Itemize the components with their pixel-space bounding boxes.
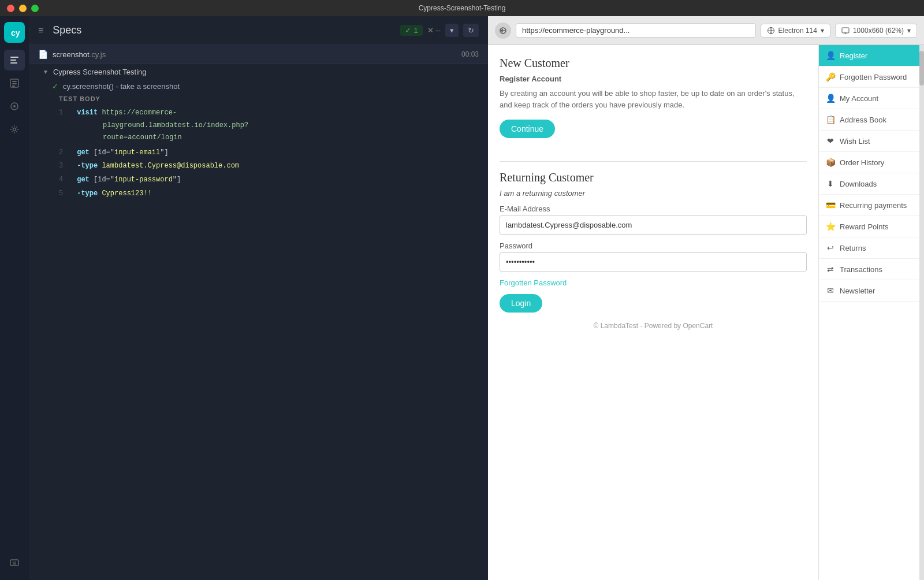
password-input[interactable] bbox=[500, 252, 807, 272]
browser-panel: Electron 114 ▾ 1000x660 (62%) ▾ New Cust… bbox=[488, 16, 924, 580]
browser-nav-btn[interactable] bbox=[495, 23, 511, 39]
email-label: E-Mail Address bbox=[500, 205, 807, 213]
continue-button[interactable]: Continue bbox=[500, 120, 555, 138]
sidebar-item-my-account[interactable]: 👤 My Account bbox=[819, 88, 919, 109]
sidebar-item-label: Order History bbox=[840, 158, 884, 167]
new-customer-section: New Customer Register Account By creatin… bbox=[500, 57, 807, 150]
page-title: Specs bbox=[53, 24, 81, 36]
code-block: 1 visit https://ecommerce- playground.la… bbox=[29, 105, 488, 202]
browser-dropdown-icon[interactable]: ▾ bbox=[821, 27, 824, 35]
footer-text: © LambdaTest - Powered by OpenCart bbox=[500, 313, 807, 339]
order-icon: 📦 bbox=[826, 158, 835, 167]
sidebar-item-order-history[interactable]: 📦 Order History bbox=[819, 152, 919, 173]
sidebar-item-returns[interactable]: ↩ Returns bbox=[819, 237, 919, 259]
fail-count-badge: ✕ -- bbox=[427, 26, 441, 35]
svg-rect-7 bbox=[12, 83, 17, 84]
code-line-2: 2 get [id="input-email"] bbox=[59, 147, 479, 159]
pass-count: 1 bbox=[413, 26, 418, 35]
suite-row[interactable]: ▼ Cypress Screenshot Testing bbox=[29, 64, 488, 80]
transactions-icon: ⇄ bbox=[826, 265, 835, 274]
sidebar-runs-btn[interactable] bbox=[4, 73, 25, 94]
sidebar-item-label: Transactions bbox=[840, 265, 882, 274]
viewport-dropdown-icon[interactable]: ▾ bbox=[907, 27, 911, 35]
close-button[interactable] bbox=[7, 5, 14, 12]
chevron-down-icon: ▾ bbox=[450, 26, 454, 35]
new-customer-subtitle: Register Account bbox=[500, 75, 807, 83]
sidebar-item-label: Reward Points bbox=[840, 222, 889, 231]
check-icon: ✓ bbox=[405, 26, 411, 35]
triangle-icon: ▼ bbox=[43, 69, 49, 75]
sidebar-item-label: My Account bbox=[840, 94, 878, 103]
code-line-3: 3 -type lambdatest.Cypress@disposable.co… bbox=[59, 160, 479, 173]
new-customer-title: New Customer bbox=[500, 57, 807, 70]
test-pass-icon: ✓ bbox=[52, 82, 58, 91]
sidebar-item-reward-points[interactable]: ⭐ Reward Points bbox=[819, 216, 919, 237]
icon-sidebar: cy bbox=[0, 16, 29, 580]
sidebar-item-wish-list[interactable]: ❤ Wish List bbox=[819, 131, 919, 152]
viewport-info: 1000x660 (62%) ▾ bbox=[835, 24, 917, 38]
right-sidebar: 👤 Register 🔑 Forgotten Password 👤 My Acc… bbox=[818, 45, 919, 580]
header-bar: ≡ Specs ✓ 1 ✕ -- ▾ ↻ bbox=[29, 16, 488, 45]
scrollbar-thumb[interactable] bbox=[919, 51, 924, 85]
sidebar-item-downloads[interactable]: ⬇ Downloads bbox=[819, 173, 919, 195]
browser-bar: Electron 114 ▾ 1000x660 (62%) ▾ bbox=[488, 16, 924, 45]
sidebar-item-forgotten-password[interactable]: 🔑 Forgotten Password bbox=[819, 66, 919, 88]
maximize-button[interactable] bbox=[31, 5, 39, 12]
code-line-5: 5 -type Cypress123!! bbox=[59, 188, 479, 200]
sidebar-item-address-book[interactable]: 📋 Address Book bbox=[819, 109, 919, 131]
fail-count-label: ✕ -- bbox=[427, 26, 441, 35]
sidebar-specs-btn[interactable] bbox=[4, 50, 25, 70]
test-label: cy.screenshot() - take a screenshot bbox=[63, 82, 180, 91]
reward-icon: ⭐ bbox=[826, 222, 835, 231]
code-line-1: 1 visit https://ecommerce- playground.la… bbox=[59, 107, 479, 144]
sidebar-item-label: Downloads bbox=[840, 180, 877, 188]
file-row[interactable]: 📄 screenshot.cy.js 00:03 bbox=[29, 45, 488, 64]
forgotten-password-link[interactable]: Forgotten Password bbox=[500, 278, 807, 287]
hamburger-icon: ≡ bbox=[38, 25, 43, 36]
url-input[interactable] bbox=[516, 23, 756, 38]
sidebar-item-label: Returns bbox=[840, 244, 866, 252]
sidebar-item-transactions[interactable]: ⇄ Transactions bbox=[819, 259, 919, 280]
recurring-icon: 💳 bbox=[826, 200, 835, 210]
window-title: Cypress-Screenshot-Testing bbox=[419, 4, 506, 12]
keyboard-shortcut-btn[interactable]: ⌘ bbox=[4, 552, 25, 573]
refresh-btn[interactable]: ↻ bbox=[463, 24, 479, 37]
title-bar: Cypress-Screenshot-Testing bbox=[0, 0, 924, 16]
sidebar-item-label: Newsletter bbox=[840, 287, 875, 295]
sidebar-settings-btn[interactable] bbox=[4, 119, 25, 140]
svg-rect-2 bbox=[10, 57, 18, 58]
browser-name: Electron 114 bbox=[778, 27, 817, 35]
scrollbar[interactable] bbox=[919, 45, 924, 580]
login-button[interactable]: Login bbox=[500, 294, 542, 313]
svg-rect-8 bbox=[12, 85, 15, 87]
returning-customer-title: Returning Customer bbox=[500, 171, 807, 184]
svg-point-10 bbox=[13, 105, 16, 107]
sidebar-item-register[interactable]: 👤 Register bbox=[819, 45, 919, 66]
minimize-button[interactable] bbox=[19, 5, 27, 12]
account-icon: 👤 bbox=[826, 94, 835, 103]
pass-count-badge: ✓ 1 bbox=[400, 25, 422, 36]
register-icon: 👤 bbox=[826, 51, 835, 60]
test-row[interactable]: ✓ cy.screenshot() - take a screenshot bbox=[29, 80, 488, 93]
browser-info: Electron 114 ▾ bbox=[761, 24, 830, 38]
dropdown-btn[interactable]: ▾ bbox=[445, 24, 459, 37]
page-body: New Customer Register Account By creatin… bbox=[488, 45, 818, 580]
file-name: screenshot.cy.js bbox=[53, 50, 106, 59]
sidebar-item-label: Wish List bbox=[840, 137, 870, 146]
svg-text:cy: cy bbox=[11, 28, 20, 38]
cypress-logo: cy bbox=[4, 22, 25, 43]
email-input[interactable] bbox=[500, 215, 807, 235]
sidebar-debug-btn[interactable] bbox=[4, 96, 25, 117]
new-customer-desc: By creating an account you will be able … bbox=[500, 88, 807, 110]
svg-point-11 bbox=[13, 128, 16, 131]
sidebar-item-newsletter[interactable]: ✉ Newsletter bbox=[819, 280, 919, 302]
test-list: 📄 screenshot.cy.js 00:03 ▼ Cypress Scree… bbox=[29, 45, 488, 580]
svg-rect-4 bbox=[10, 62, 17, 64]
svg-rect-3 bbox=[10, 60, 16, 61]
address-book-icon: 📋 bbox=[826, 115, 835, 124]
heart-icon: ❤ bbox=[826, 136, 835, 146]
code-line-4: 4 get [id="input-password"] bbox=[59, 174, 479, 187]
key-icon: 🔑 bbox=[826, 72, 835, 81]
svg-rect-6 bbox=[12, 81, 17, 82]
sidebar-item-recurring-payments[interactable]: 💳 Recurring payments bbox=[819, 195, 919, 216]
